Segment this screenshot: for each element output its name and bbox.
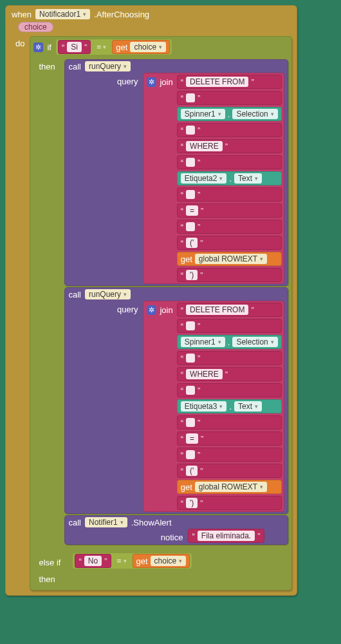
arg-label: query	[117, 301, 140, 314]
text-literal[interactable]: “('”	[177, 236, 282, 250]
event-param[interactable]: choice	[18, 22, 53, 32]
get-var-dropdown[interactable]: choice▾	[130, 42, 166, 52]
call-suffix: .ShowAlert	[131, 518, 172, 527]
text-literal[interactable]: “WHERE”	[177, 139, 282, 153]
text-literal[interactable]: “”	[177, 155, 282, 169]
text-literal[interactable]: “DELETE FROM”	[177, 303, 282, 317]
get-block[interactable]: get choice▾	[133, 554, 190, 568]
caret-icon: ▾	[83, 11, 86, 17]
equals-op[interactable]: =▾	[114, 556, 130, 565]
arg-label: query	[117, 73, 140, 86]
property-dropdown[interactable]: Text▾	[234, 173, 262, 184]
get-var-dropdown[interactable]: global ROWtEXT▾	[195, 482, 267, 492]
if-condition: “ Si ” =▾ get choice▾	[55, 39, 172, 55]
text-literal[interactable]: “WHERE”	[177, 367, 282, 381]
event-component-dropdown[interactable]: Notificador1▾	[35, 9, 90, 19]
call-proc-dropdown[interactable]: runQuery▾	[85, 61, 131, 71]
elseif-label: else if	[39, 555, 67, 567]
elseif-condition: “ No ” =▾ get choice▾	[72, 553, 192, 569]
when-keyword: when	[12, 10, 32, 19]
text-literal[interactable]: “')”	[177, 268, 282, 282]
join-block[interactable]: ✲ join “DELETE FROM”“”Spinner1▾.Selectio…	[143, 301, 284, 512]
if-block[interactable]: ✲ if “ Si ” =▾ get	[30, 36, 291, 591]
property-dropdown[interactable]: Selection▾	[232, 109, 277, 119]
event-block[interactable]: when Notificador1▾ .AfterChoosing choice…	[5, 5, 297, 596]
text-literal[interactable]: “”	[177, 448, 282, 462]
text-literal[interactable]: “”	[177, 351, 282, 365]
component-property[interactable]: Spinner1▾.Selection▾	[177, 107, 282, 121]
component-property[interactable]: Spinner1▾.Selection▾	[177, 335, 282, 349]
equals-op[interactable]: =▾	[93, 43, 109, 52]
gear-icon[interactable]: ✲	[147, 77, 156, 87]
then-label: then	[39, 572, 59, 584]
component-dropdown[interactable]: Spinner1▾	[181, 337, 225, 347]
get-block[interactable]: getglobal ROWtEXT▾	[177, 252, 282, 266]
get-var-dropdown[interactable]: global ROWtEXT▾	[195, 254, 267, 264]
call-proc-dropdown[interactable]: Notifier1▾	[85, 517, 127, 527]
get-var-dropdown[interactable]: choice▾	[151, 556, 187, 566]
component-dropdown[interactable]: Etiqueta3▾	[181, 401, 227, 412]
text-literal[interactable]: “”	[177, 319, 282, 333]
do-label: do	[15, 36, 24, 48]
call-keyword: call	[68, 290, 81, 299]
arg-label: notice	[161, 529, 185, 542]
get-block[interactable]: get choice▾	[112, 40, 170, 54]
component-dropdown[interactable]: Spinner1▾	[181, 109, 225, 119]
then-body: call runQuery▾ query ✲ joi	[64, 59, 288, 546]
text-literal[interactable]: “”	[177, 91, 282, 105]
text-literal[interactable]: “”	[177, 187, 282, 202]
gear-icon[interactable]: ✲	[147, 305, 156, 315]
then-label: then	[39, 59, 59, 71]
get-block[interactable]: getglobal ROWtEXT▾	[177, 480, 282, 494]
join-keyword: join	[160, 305, 172, 315]
text-literal[interactable]: “”	[177, 415, 282, 430]
call-keyword: call	[68, 518, 81, 527]
text-literal[interactable]: “ Fila eliminada. ”	[188, 529, 264, 543]
property-dropdown[interactable]: Selection▾	[232, 337, 277, 347]
event-handler: .AfterChoosing	[94, 10, 149, 19]
call-block[interactable]: call Notifier1▾ .ShowAlert notice “	[64, 515, 288, 545]
text-literal[interactable]: “ No ”	[75, 554, 111, 568]
component-property[interactable]: Etiqueta3▾.Text▾	[177, 399, 282, 413]
text-literal[interactable]: “DELETE FROM”	[177, 75, 282, 89]
text-literal[interactable]: “”	[177, 383, 282, 397]
gear-icon[interactable]: ✲	[33, 43, 43, 52]
text-literal[interactable]: “')”	[177, 496, 282, 510]
call-block[interactable]: call runQuery▾ query ✲ joi	[64, 287, 288, 514]
if-keyword: if	[47, 43, 51, 52]
call-keyword: call	[68, 62, 81, 71]
text-literal[interactable]: “”	[177, 220, 282, 234]
component-property[interactable]: Etiqueta2▾.Text▾	[177, 171, 282, 185]
text-literal[interactable]: “”	[177, 123, 282, 137]
join-block[interactable]: ✲ join “DELETE FROM”“”Spinner1▾.Selectio…	[143, 73, 284, 284]
property-dropdown[interactable]: Text▾	[234, 401, 262, 412]
call-proc-dropdown[interactable]: runQuery▾	[85, 289, 131, 299]
join-keyword: join	[160, 77, 172, 87]
text-literal[interactable]: “=”	[177, 204, 282, 218]
text-literal[interactable]: “('”	[177, 464, 282, 478]
text-literal[interactable]: “=”	[177, 431, 282, 446]
component-dropdown[interactable]: Etiqueta2▾	[181, 173, 227, 184]
text-literal[interactable]: “ Si ”	[58, 40, 91, 54]
call-block[interactable]: call runQuery▾ query ✲ joi	[64, 59, 288, 286]
